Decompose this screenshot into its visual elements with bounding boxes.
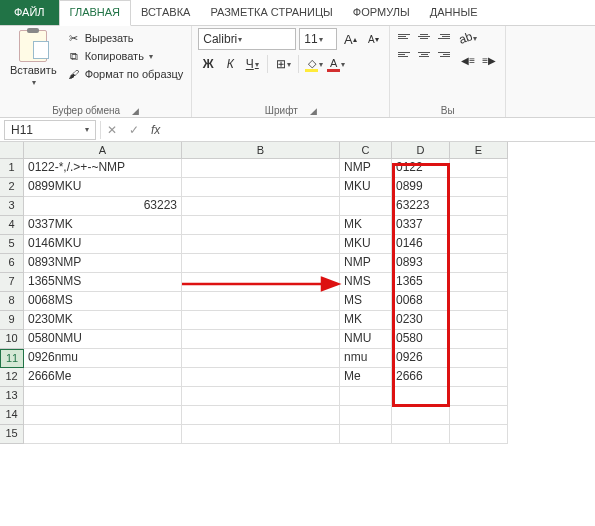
paste-dropdown-icon[interactable]: ▾ bbox=[32, 78, 36, 87]
bold-button[interactable]: Ж bbox=[198, 54, 218, 74]
fx-button[interactable]: fx bbox=[145, 123, 166, 137]
cell[interactable]: 0337MK bbox=[24, 216, 182, 235]
column-header[interactable]: E bbox=[450, 142, 508, 159]
column-header[interactable]: C bbox=[340, 142, 392, 159]
cell[interactable]: 1365NMS bbox=[24, 273, 182, 292]
cell[interactable] bbox=[182, 216, 340, 235]
cell[interactable] bbox=[340, 406, 392, 425]
cell[interactable] bbox=[182, 311, 340, 330]
tab-insert[interactable]: ВСТАВКА bbox=[131, 0, 200, 25]
cell[interactable]: 0926 bbox=[392, 349, 450, 368]
font-size-combo[interactable]: 11▾ bbox=[299, 28, 337, 50]
cell[interactable] bbox=[182, 368, 340, 387]
tab-file[interactable]: ФАЙЛ bbox=[0, 0, 59, 25]
cell[interactable] bbox=[182, 273, 340, 292]
font-dialog-launcher-icon[interactable]: ◢ bbox=[310, 106, 317, 116]
cell[interactable]: MK bbox=[340, 311, 392, 330]
copy-button[interactable]: ⧉Копировать▾ bbox=[65, 48, 186, 64]
align-left-button[interactable] bbox=[396, 46, 414, 62]
cell[interactable] bbox=[450, 254, 508, 273]
column-header[interactable]: B bbox=[182, 142, 340, 159]
cell[interactable] bbox=[450, 425, 508, 444]
row-header[interactable]: 6 bbox=[0, 254, 24, 273]
cell[interactable]: NMU bbox=[340, 330, 392, 349]
row-header[interactable]: 8 bbox=[0, 292, 24, 311]
row-header[interactable]: 10 bbox=[0, 330, 24, 349]
cell[interactable] bbox=[182, 159, 340, 178]
row-header[interactable]: 15 bbox=[0, 425, 24, 444]
cell[interactable] bbox=[24, 387, 182, 406]
cell[interactable]: 0893NMP bbox=[24, 254, 182, 273]
cell[interactable]: nmu bbox=[340, 349, 392, 368]
row-header[interactable]: 1 bbox=[0, 159, 24, 178]
italic-button[interactable]: К bbox=[220, 54, 240, 74]
font-color-button[interactable]: A▾ bbox=[326, 54, 346, 74]
cell[interactable] bbox=[182, 330, 340, 349]
cell[interactable] bbox=[450, 387, 508, 406]
cut-button[interactable]: ✂Вырезать bbox=[65, 30, 186, 46]
cell[interactable] bbox=[182, 197, 340, 216]
row-header[interactable]: 9 bbox=[0, 311, 24, 330]
cell[interactable] bbox=[340, 197, 392, 216]
cell[interactable] bbox=[450, 349, 508, 368]
cell[interactable] bbox=[340, 425, 392, 444]
cell[interactable]: 0122 bbox=[392, 159, 450, 178]
align-middle-button[interactable] bbox=[415, 28, 433, 44]
cell[interactable]: 0899MKU bbox=[24, 178, 182, 197]
copy-dropdown-icon[interactable]: ▾ bbox=[149, 52, 153, 61]
cell[interactable] bbox=[182, 425, 340, 444]
cell[interactable]: MS bbox=[340, 292, 392, 311]
row-header[interactable]: 13 bbox=[0, 387, 24, 406]
cell[interactable]: 0926nmu bbox=[24, 349, 182, 368]
align-top-button[interactable] bbox=[396, 28, 414, 44]
increase-font-button[interactable]: A▴ bbox=[340, 29, 360, 49]
format-painter-button[interactable]: 🖌Формат по образцу bbox=[65, 66, 186, 82]
cell[interactable]: 2666 bbox=[392, 368, 450, 387]
cancel-formula-button[interactable]: ✕ bbox=[101, 123, 123, 137]
cell[interactable]: 0122-*,/.>+-~NMP bbox=[24, 159, 182, 178]
cell[interactable] bbox=[392, 387, 450, 406]
cell[interactable] bbox=[450, 178, 508, 197]
cell[interactable] bbox=[182, 178, 340, 197]
cell[interactable] bbox=[182, 406, 340, 425]
align-bottom-button[interactable] bbox=[434, 28, 452, 44]
cell[interactable]: 1365 bbox=[392, 273, 450, 292]
cell[interactable] bbox=[182, 235, 340, 254]
cell[interactable] bbox=[182, 292, 340, 311]
cell[interactable]: 63223 bbox=[24, 197, 182, 216]
row-header[interactable]: 11 bbox=[0, 349, 24, 368]
paste-button[interactable]: Вставить ▾ bbox=[6, 28, 61, 103]
tab-page-layout[interactable]: РАЗМЕТКА СТРАНИЦЫ bbox=[200, 0, 342, 25]
row-header[interactable]: 4 bbox=[0, 216, 24, 235]
cell[interactable]: 0146 bbox=[392, 235, 450, 254]
tab-formulas[interactable]: ФОРМУЛЫ bbox=[343, 0, 420, 25]
cell[interactable]: MK bbox=[340, 216, 392, 235]
row-header[interactable]: 3 bbox=[0, 197, 24, 216]
align-right-button[interactable] bbox=[434, 46, 452, 62]
name-box[interactable]: H11▾ bbox=[4, 120, 96, 140]
column-header[interactable]: D bbox=[392, 142, 450, 159]
cell[interactable] bbox=[24, 425, 182, 444]
cell[interactable] bbox=[450, 197, 508, 216]
cell[interactable]: 0230MK bbox=[24, 311, 182, 330]
cell[interactable] bbox=[450, 235, 508, 254]
cell[interactable]: 0146MKU bbox=[24, 235, 182, 254]
row-header[interactable]: 12 bbox=[0, 368, 24, 387]
select-all-corner[interactable] bbox=[0, 142, 24, 159]
cell[interactable] bbox=[450, 292, 508, 311]
cell[interactable]: Me bbox=[340, 368, 392, 387]
cell[interactable]: 0580NMU bbox=[24, 330, 182, 349]
font-name-combo[interactable]: Calibri▾ bbox=[198, 28, 296, 50]
column-header[interactable]: A bbox=[24, 142, 182, 159]
cell[interactable] bbox=[392, 406, 450, 425]
cell[interactable]: 0337 bbox=[392, 216, 450, 235]
cell[interactable]: MKU bbox=[340, 235, 392, 254]
underline-button[interactable]: Ч▾ bbox=[242, 54, 262, 74]
cell[interactable]: 2666Me bbox=[24, 368, 182, 387]
cell[interactable]: 63223 bbox=[392, 197, 450, 216]
enter-formula-button[interactable]: ✓ bbox=[123, 123, 145, 137]
cell[interactable]: 0580 bbox=[392, 330, 450, 349]
cell[interactable]: 0893 bbox=[392, 254, 450, 273]
row-header[interactable]: 14 bbox=[0, 406, 24, 425]
decrease-indent-button[interactable]: ◀≡ bbox=[458, 50, 478, 70]
